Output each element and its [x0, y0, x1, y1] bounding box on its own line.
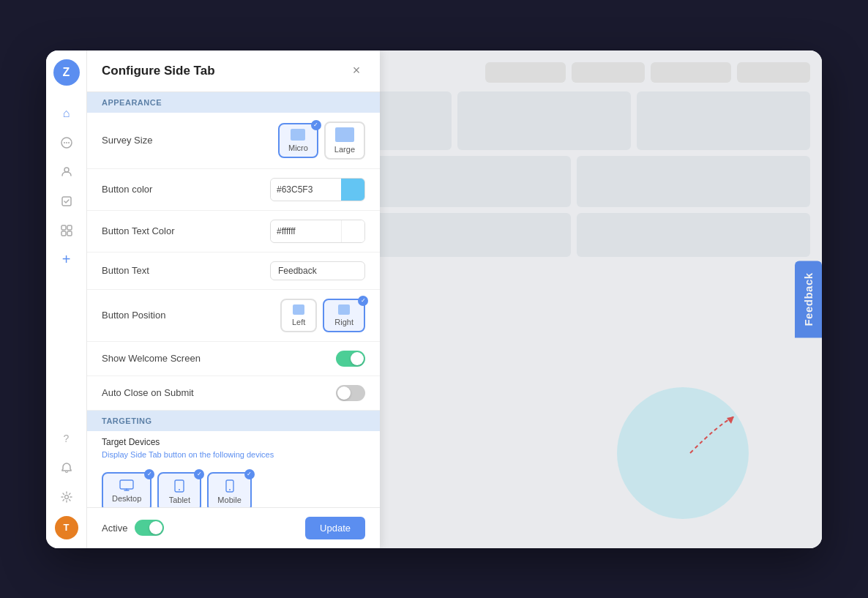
position-left-button[interactable]: Left	[280, 299, 317, 332]
survey-size-label: Survey Size	[102, 135, 152, 146]
sidebar-item-user[interactable]	[53, 159, 80, 185]
tablet-device-button[interactable]: ✓ Tablet	[157, 472, 201, 507]
position-right-button[interactable]: ✓ Right	[323, 299, 365, 332]
mobile-icon	[225, 479, 234, 493]
sidebar-item-home[interactable]: ⌂	[53, 100, 80, 127]
svg-rect-8	[61, 231, 66, 236]
button-position-controls: Left ✓ Right	[280, 299, 365, 332]
svg-rect-12	[120, 480, 133, 489]
tablet-label: Tablet	[169, 496, 190, 504]
appearance-section-header: APPEARANCE	[87, 92, 380, 113]
desktop-check-badge: ✓	[144, 469, 154, 479]
tablet-check-badge: ✓	[194, 469, 204, 479]
close-button[interactable]: ×	[348, 62, 365, 80]
update-button[interactable]: Update	[305, 517, 365, 539]
svg-rect-6	[61, 225, 66, 230]
sidebar-item-tasks[interactable]	[53, 188, 80, 214]
button-text-color-control[interactable]	[270, 220, 365, 243]
sidebar-logo[interactable]: Z	[53, 59, 80, 86]
button-text-color-label: Button Text Color	[102, 225, 174, 236]
auto-close-label: Auto Close on Submit	[102, 387, 194, 398]
right-pos-icon	[338, 304, 350, 315]
left-label: Left	[292, 318, 305, 326]
svg-point-1	[64, 142, 65, 143]
button-text-color-input[interactable]	[271, 223, 337, 240]
button-text-label: Button Text	[102, 265, 149, 276]
auto-close-toggle-knob	[337, 386, 351, 400]
sidebar-item-bell[interactable]	[53, 455, 80, 481]
survey-size-controls: ✓ Micro Large	[278, 122, 365, 160]
large-label: Large	[334, 145, 355, 154]
button-position-label: Button Position	[102, 310, 165, 321]
survey-size-row: Survey Size ✓ Micro Large	[87, 113, 380, 169]
button-text-row: Button Text	[87, 253, 380, 290]
targeting-section-header: TARGETING	[87, 411, 380, 431]
auto-close-row: Auto Close on Submit	[87, 376, 380, 411]
button-color-input[interactable]	[271, 181, 337, 198]
button-color-swatch[interactable]	[341, 179, 364, 201]
button-text-color-row: Button Text Color	[87, 211, 380, 253]
target-devices-sublabel: Display Side Tab button on the following…	[87, 450, 380, 465]
button-color-row: Button color	[87, 169, 380, 211]
config-panel-header: Configure Side Tab ×	[87, 51, 380, 92]
button-color-control[interactable]	[270, 178, 365, 201]
sidebar-item-help[interactable]: ?	[53, 425, 80, 452]
svg-point-3	[68, 142, 70, 143]
show-welcome-toggle[interactable]	[336, 351, 365, 367]
large-size-icon	[335, 127, 354, 142]
desktop-icon	[119, 479, 134, 491]
tablet-icon	[174, 479, 184, 493]
config-panel-title: Configure Side Tab	[102, 64, 215, 78]
button-text-color-swatch[interactable]	[341, 220, 364, 242]
svg-rect-9	[67, 231, 72, 236]
target-devices-label: Target Devices	[87, 431, 380, 450]
active-row: Active	[102, 520, 164, 536]
main-window: Z ⌂ + ? T	[46, 51, 822, 548]
svg-point-4	[64, 168, 69, 172]
svg-point-14	[179, 489, 180, 490]
right-check-badge: ✓	[358, 296, 368, 306]
desktop-label: Desktop	[112, 494, 141, 503]
config-panel: Configure Side Tab × APPEARANCE Survey S…	[87, 51, 380, 548]
show-welcome-toggle-knob	[351, 352, 364, 365]
survey-size-large-button[interactable]: Large	[324, 122, 365, 160]
sidebar-item-gear[interactable]	[53, 484, 80, 510]
survey-size-micro-button[interactable]: ✓ Micro	[278, 123, 318, 158]
micro-check-badge: ✓	[311, 120, 321, 130]
show-welcome-label: Show Welcome Screen	[102, 353, 201, 364]
sidebar-item-chat[interactable]	[53, 130, 80, 156]
mobile-check-badge: ✓	[244, 469, 255, 479]
modal-overlay: Configure Side Tab × APPEARANCE Survey S…	[87, 51, 822, 548]
svg-point-10	[64, 495, 68, 498]
button-text-input[interactable]	[270, 261, 365, 280]
right-label: Right	[334, 318, 353, 326]
sidebar-item-add[interactable]: +	[53, 247, 80, 273]
auto-close-toggle[interactable]	[336, 385, 365, 401]
sidebar: Z ⌂ + ? T	[46, 51, 87, 548]
svg-rect-7	[67, 225, 72, 230]
micro-size-icon	[291, 129, 305, 141]
micro-label: Micro	[288, 143, 308, 152]
mobile-device-button[interactable]: ✓ Mobile	[207, 472, 251, 507]
left-pos-icon	[293, 304, 304, 315]
main-area: Feedback Configure Side Tab × APPEARANCE…	[87, 51, 822, 548]
user-avatar[interactable]: T	[55, 516, 78, 539]
config-panel-body: APPEARANCE Survey Size ✓ Micro	[87, 92, 380, 507]
target-devices-grid: ✓ Desktop ✓ Tablet ✓ Mobile	[87, 465, 380, 507]
sidebar-bottom: ? T	[53, 425, 80, 539]
desktop-device-button[interactable]: ✓ Desktop	[102, 472, 151, 507]
svg-point-16	[229, 489, 231, 490]
sidebar-item-integrations[interactable]	[53, 217, 80, 244]
active-label: Active	[102, 523, 127, 534]
mobile-label: Mobile	[217, 496, 241, 504]
svg-point-2	[66, 142, 67, 143]
button-position-row: Button Position Left ✓ Right	[87, 290, 380, 342]
button-color-label: Button color	[102, 184, 152, 195]
active-toggle[interactable]	[135, 520, 164, 536]
active-toggle-knob	[149, 521, 162, 534]
show-welcome-screen-row: Show Welcome Screen	[87, 342, 380, 376]
config-panel-footer: Active Update	[87, 507, 380, 548]
